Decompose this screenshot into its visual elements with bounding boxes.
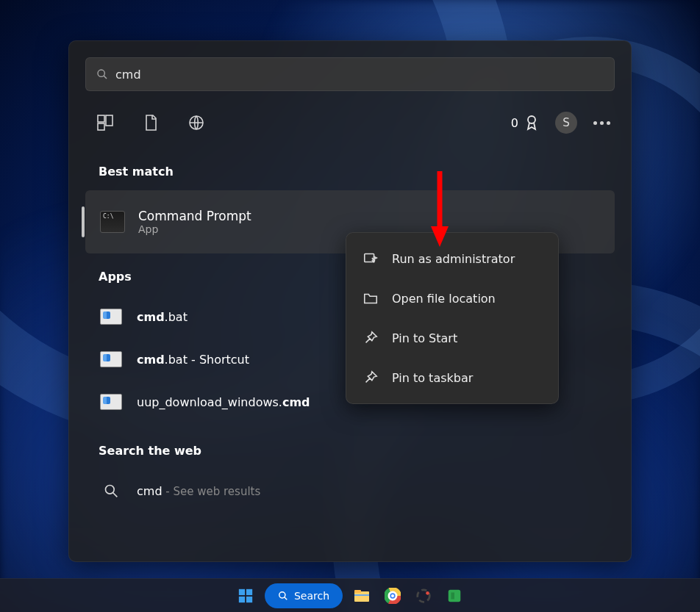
svg-rect-13 <box>246 588 252 594</box>
svg-line-1 <box>104 76 107 79</box>
search-icon <box>96 68 108 80</box>
web-section-label: Search the web <box>85 423 615 469</box>
svg-rect-12 <box>239 588 245 594</box>
selection-indicator <box>82 206 85 237</box>
taskbar: Search <box>0 578 700 612</box>
taskbar-explorer-icon[interactable] <box>350 584 374 608</box>
bat-file-icon <box>100 309 122 325</box>
context-run-as-admin[interactable]: Run as administrator <box>346 239 558 278</box>
rewards-badge[interactable]: 0 <box>511 114 540 132</box>
context-menu: Run as administrator Open file location … <box>346 232 559 404</box>
best-match-title: Command Prompt <box>138 209 251 223</box>
bat-file-icon <box>100 351 122 367</box>
start-search-panel: cmd 0 S Best match <box>68 40 632 562</box>
folder-icon <box>362 290 379 306</box>
search-icon <box>104 483 118 498</box>
apps-filter-icon[interactable] <box>96 113 115 132</box>
svg-rect-30 <box>451 592 454 599</box>
best-match-subtitle: App <box>138 223 251 235</box>
context-open-file-location[interactable]: Open file location <box>346 278 558 318</box>
search-query-text: cmd <box>115 68 604 82</box>
list-item-label: cmd.bat - Shortcut <box>137 353 249 367</box>
rewards-count: 0 <box>511 116 518 130</box>
svg-rect-18 <box>354 591 369 602</box>
pin-icon <box>362 330 379 346</box>
taskbar-chrome-icon[interactable] <box>381 584 404 608</box>
pin-icon <box>362 370 379 386</box>
svg-rect-19 <box>354 590 361 593</box>
svg-point-28 <box>426 591 429 595</box>
medal-icon <box>523 114 540 132</box>
bat-file-icon <box>100 394 122 410</box>
start-button[interactable] <box>234 584 257 608</box>
web-result-text: cmd - See web results <box>137 484 260 498</box>
svg-rect-14 <box>239 596 245 602</box>
svg-point-7 <box>106 486 115 494</box>
web-result[interactable]: cmd - See web results <box>85 469 615 512</box>
svg-point-26 <box>391 594 394 597</box>
shield-admin-icon <box>362 251 379 267</box>
search-icon <box>278 591 288 601</box>
taskbar-search-button[interactable]: Search <box>265 583 343 608</box>
svg-rect-3 <box>106 115 113 126</box>
user-avatar[interactable]: S <box>555 112 577 134</box>
svg-rect-4 <box>98 123 104 130</box>
svg-line-8 <box>113 493 118 497</box>
svg-point-6 <box>528 116 535 123</box>
svg-rect-20 <box>354 594 369 596</box>
search-bar[interactable]: cmd <box>85 57 615 91</box>
taskbar-app-icon-2[interactable] <box>443 584 466 608</box>
svg-rect-15 <box>246 596 252 602</box>
documents-filter-icon[interactable] <box>141 113 160 132</box>
context-pin-to-taskbar[interactable]: Pin to taskbar <box>346 358 558 397</box>
command-prompt-icon <box>100 211 125 233</box>
annotation-arrow <box>429 168 451 248</box>
more-options-icon[interactable] <box>589 117 615 129</box>
taskbar-app-icon-1[interactable] <box>412 584 435 608</box>
filter-row: 0 S <box>85 101 615 144</box>
web-filter-icon[interactable] <box>187 113 206 132</box>
best-match-label: Best match <box>85 144 615 190</box>
svg-rect-2 <box>98 115 104 122</box>
svg-marker-11 <box>431 226 449 247</box>
svg-point-0 <box>98 70 104 76</box>
list-item-label: uup_download_windows.cmd <box>137 395 310 409</box>
context-pin-to-start[interactable]: Pin to Start <box>346 318 558 358</box>
svg-line-17 <box>285 597 288 600</box>
svg-point-16 <box>279 591 285 597</box>
list-item-label: cmd.bat <box>137 310 188 324</box>
